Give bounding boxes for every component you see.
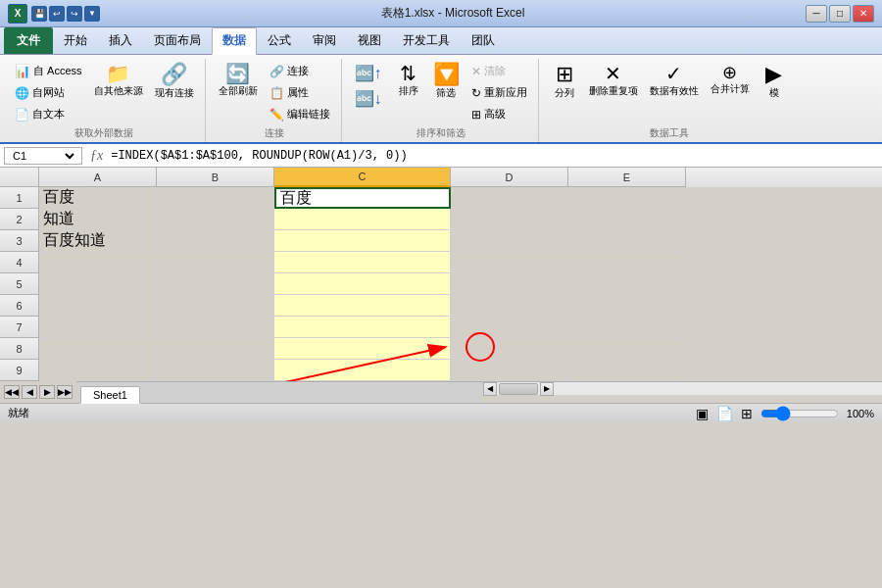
- horizontal-scrollbar[interactable]: ◀ ▶: [483, 381, 882, 395]
- merge-calc-button[interactable]: ⊕ 合并计算: [706, 61, 755, 99]
- cell-b5[interactable]: [157, 273, 274, 295]
- name-box[interactable]: C1: [4, 147, 82, 165]
- tab-insert[interactable]: 插入: [98, 27, 143, 54]
- sheet-tab-sheet1[interactable]: Sheet1: [80, 386, 140, 404]
- row-header-2[interactable]: 2: [0, 209, 39, 230]
- cell-d7[interactable]: [451, 317, 568, 338]
- cell-a9[interactable]: [39, 360, 157, 381]
- row-header-4[interactable]: 4: [0, 252, 39, 273]
- row-header-3[interactable]: 3: [0, 230, 39, 252]
- cell-c9[interactable]: [274, 360, 451, 381]
- refresh-all-button[interactable]: 🔄 全部刷新: [214, 61, 263, 101]
- other-sources-button[interactable]: 📁 自其他来源: [89, 61, 148, 101]
- cell-b8[interactable]: [157, 338, 274, 360]
- remove-duplicates-button[interactable]: ✕ 删除重复项: [584, 61, 643, 101]
- cell-b6[interactable]: [157, 295, 274, 317]
- cell-c8[interactable]: [274, 338, 451, 360]
- col-header-a[interactable]: A: [39, 168, 157, 187]
- tab-view[interactable]: 视图: [347, 27, 392, 54]
- filter-button[interactable]: 🔽 筛选: [428, 61, 465, 103]
- close-button[interactable]: ✕: [853, 5, 874, 23]
- reapply-button[interactable]: ↻ 重新应用: [466, 82, 532, 103]
- tab-formula[interactable]: 公式: [257, 27, 302, 54]
- col-header-e[interactable]: E: [568, 168, 686, 187]
- cell-a1[interactable]: 百度: [39, 187, 157, 209]
- data-validate-button[interactable]: ✓ 数据有效性: [645, 61, 704, 101]
- tab-review[interactable]: 审阅: [302, 27, 347, 54]
- cell-c5[interactable]: [274, 273, 451, 295]
- row-header-5[interactable]: 5: [0, 273, 39, 295]
- cell-e8[interactable]: [568, 338, 686, 360]
- customize-icon[interactable]: ▼: [84, 6, 100, 22]
- cell-e4[interactable]: [568, 252, 686, 273]
- view-layout-icon[interactable]: 📄: [716, 406, 733, 421]
- col-header-b[interactable]: B: [157, 168, 274, 187]
- sort-az-button[interactable]: 🔤↑: [350, 61, 387, 85]
- formula-input[interactable]: [111, 149, 878, 163]
- cell-c2[interactable]: [274, 209, 451, 230]
- cell-c4[interactable]: [274, 252, 451, 273]
- name-box-select[interactable]: C1: [9, 149, 77, 163]
- cell-b7[interactable]: [157, 317, 274, 338]
- row-header-7[interactable]: 7: [0, 317, 39, 338]
- split-columns-button[interactable]: ⊞ 分列: [547, 61, 582, 103]
- col-header-c[interactable]: C: [274, 168, 451, 187]
- cell-d8[interactable]: [451, 338, 568, 360]
- sort-button[interactable]: ⇅ 排序: [391, 61, 426, 101]
- cell-c6[interactable]: [274, 295, 451, 317]
- cell-c1[interactable]: 百度: [274, 187, 451, 209]
- cell-a2[interactable]: 知道: [39, 209, 157, 230]
- row-header-1[interactable]: 1: [0, 187, 39, 209]
- restore-button[interactable]: □: [829, 5, 851, 23]
- redo-icon[interactable]: ↪: [67, 6, 82, 22]
- cell-b2[interactable]: [157, 209, 274, 230]
- properties-button[interactable]: 📋 属性: [265, 82, 335, 103]
- sheet-tab-controls[interactable]: ◀◀ ◀ ▶ ▶▶: [0, 381, 76, 403]
- tab-home[interactable]: 开始: [53, 27, 98, 54]
- scroll-left-button[interactable]: ◀: [483, 382, 497, 396]
- cell-e5[interactable]: [568, 273, 686, 295]
- cell-d3[interactable]: [451, 230, 568, 252]
- cell-a6[interactable]: [39, 295, 157, 317]
- save-icon[interactable]: 💾: [31, 6, 47, 22]
- existing-connections-button[interactable]: 🔗 现有连接: [150, 61, 199, 103]
- tab-developer[interactable]: 开发工具: [392, 27, 461, 54]
- cell-e1[interactable]: [568, 187, 686, 209]
- clear-button[interactable]: ✕ 清除: [466, 61, 532, 81]
- minimize-button[interactable]: ─: [806, 5, 827, 23]
- view-normal-icon[interactable]: ▣: [696, 406, 709, 421]
- cell-a7[interactable]: [39, 317, 157, 338]
- cell-d9[interactable]: [451, 360, 568, 381]
- cell-d4[interactable]: [451, 252, 568, 273]
- advanced-button[interactable]: ⊞ 高级: [466, 104, 532, 124]
- cell-b3[interactable]: [157, 230, 274, 252]
- cell-a3[interactable]: 百度知道: [39, 230, 157, 252]
- col-header-d[interactable]: D: [451, 168, 568, 187]
- text-button[interactable]: 📄 自文本: [10, 104, 87, 124]
- cell-e6[interactable]: [568, 295, 686, 317]
- web-button[interactable]: 🌐 自网站: [10, 82, 87, 103]
- cell-e9[interactable]: [568, 360, 686, 381]
- view-pagebreak-icon[interactable]: ⊞: [741, 406, 753, 421]
- more-button[interactable]: ▶ 模: [757, 61, 792, 103]
- cell-c7[interactable]: [274, 317, 451, 338]
- h-scrollbar-thumb[interactable]: [499, 383, 538, 395]
- connect-button[interactable]: 🔗 连接: [265, 61, 335, 81]
- cell-a8[interactable]: [39, 338, 157, 360]
- window-controls[interactable]: ─ □ ✕: [806, 5, 874, 23]
- cell-c3[interactable]: [274, 230, 451, 252]
- cell-b4[interactable]: [157, 252, 274, 273]
- cell-e3[interactable]: [568, 230, 686, 252]
- scroll-right-button[interactable]: ▶: [540, 382, 554, 396]
- undo-icon[interactable]: ↩: [49, 6, 65, 22]
- zoom-slider[interactable]: [760, 407, 839, 420]
- edit-links-button[interactable]: ✏️ 编辑链接: [265, 104, 335, 124]
- tab-page-layout[interactable]: 页面布局: [143, 27, 212, 54]
- tab-file[interactable]: 文件: [4, 27, 53, 54]
- tab-team[interactable]: 团队: [461, 27, 506, 54]
- cell-e7[interactable]: [568, 317, 686, 338]
- cell-b1[interactable]: [157, 187, 274, 209]
- row-header-6[interactable]: 6: [0, 295, 39, 317]
- sheet-next-button[interactable]: ▶: [39, 385, 55, 399]
- cell-b9[interactable]: [157, 360, 274, 381]
